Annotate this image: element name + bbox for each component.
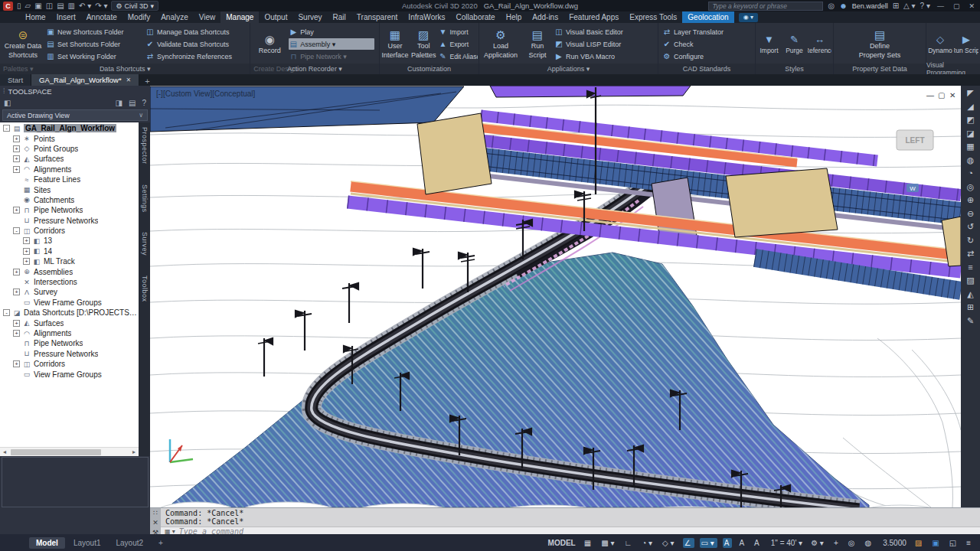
new-file-icon[interactable]: ▯: [17, 2, 21, 11]
run-script-button[interactable]: ▤ Run Script: [522, 24, 553, 64]
scroll-right-icon[interactable]: ▸: [129, 448, 139, 455]
toolspace-help-icon[interactable]: ?: [142, 99, 146, 107]
tree-item[interactable]: + ◧ ML Track: [0, 256, 139, 266]
tree-item[interactable]: ✕ Intersections: [0, 277, 139, 287]
ribbon-button[interactable]: ▤ Set Shortcuts Folder: [46, 38, 144, 50]
event-viewer-icon[interactable]: ▤: [129, 99, 136, 107]
ribbon-tab[interactable]: Survey: [292, 11, 327, 23]
model-tab[interactable]: Model: [29, 537, 65, 549]
scrollbar-thumb[interactable]: [11, 449, 101, 455]
annotation-scale-value[interactable]: 1" = 40' ▾: [768, 538, 804, 548]
drawing-restore-icon[interactable]: ▢: [938, 91, 945, 99]
snap-mode-icon[interactable]: ▩ ▾: [599, 538, 617, 548]
command-grip-icon[interactable]: ∷: [153, 509, 158, 517]
ribbon-button[interactable]: ◫ Manage Data Shortcuts: [145, 26, 248, 37]
ribbon-button[interactable]: ⇄ Synchronize References: [145, 51, 248, 62]
ribbon-button[interactable]: ▶ Run Script: [954, 24, 978, 64]
pan-icon[interactable]: ⇄: [967, 249, 974, 258]
tree-expander[interactable]: +: [13, 269, 20, 276]
tree-expander[interactable]: [13, 299, 20, 306]
tree-item[interactable]: + Λ Survey: [0, 287, 139, 297]
scroll-left-icon[interactable]: ◂: [0, 448, 9, 455]
toolspace-anchor-icon[interactable]: ◧: [4, 99, 11, 107]
ribbon-tab[interactable]: Add-ins: [527, 11, 564, 23]
nav-menu-icon[interactable]: ≡: [968, 262, 972, 272]
ribbon-tab[interactable]: Output: [259, 11, 292, 23]
tree-item[interactable]: + ◫ Corridors: [0, 359, 139, 369]
ribbon-tab[interactable]: Manage: [220, 11, 259, 23]
tree-expander[interactable]: +: [13, 330, 20, 337]
tree-expander[interactable]: +: [23, 237, 30, 244]
ribbon-button[interactable]: ▤ Assembly ▾: [289, 38, 374, 50]
close-button[interactable]: ✕: [966, 2, 977, 10]
viewport-controls-label[interactable]: [-][Custom View][Conceptual]: [156, 90, 256, 98]
redo-icon[interactable]: ↷ ▾: [95, 2, 107, 11]
elevation-value[interactable]: 3.5000: [880, 538, 908, 548]
ribbon-button[interactable]: ▲ Export: [438, 38, 478, 50]
tree-item[interactable]: + ⊕ Assemblies: [0, 266, 139, 276]
layer-walk-icon[interactable]: ◢: [967, 102, 973, 111]
keyword-search-input[interactable]: [708, 2, 823, 11]
tree-item-drawing-root[interactable]: - ▤ GA_Rail_Algn_Workflow: [0, 123, 139, 133]
tree-expander[interactable]: +: [13, 166, 20, 173]
tree-item[interactable]: + ◠ Alignments: [0, 165, 139, 174]
sheet-view-icon[interactable]: ◤: [967, 88, 973, 97]
toolspace-side-tab[interactable]: Survey: [141, 232, 149, 256]
undo-view-icon[interactable]: ↺: [967, 222, 974, 231]
open-folder-icon[interactable]: ▱: [25, 2, 31, 11]
app-menu-button[interactable]: C: [3, 2, 13, 11]
help-icon[interactable]: ? ▾: [920, 2, 930, 11]
ribbon-tab[interactable]: InfraWorks: [403, 11, 450, 23]
zoom-out-icon[interactable]: ⊖: [967, 209, 974, 218]
tree-item[interactable]: ⊔ Pressure Networks: [0, 349, 139, 359]
ribbon-button[interactable]: ✎ Purge: [782, 24, 806, 64]
steering-wheel-icon[interactable]: ◍: [967, 155, 975, 165]
ribbon-button[interactable]: ▼ Import: [757, 24, 781, 64]
toolspace-side-tab[interactable]: Prospector: [141, 127, 149, 165]
tree-expander[interactable]: -: [3, 309, 10, 316]
tree-item[interactable]: + ⊓ Pipe Networks: [0, 205, 139, 215]
tree-expander[interactable]: +: [23, 248, 30, 255]
ribbon-button[interactable]: ▣ New Shortcuts Folder: [46, 26, 144, 37]
polar-tracking-icon[interactable]: ◔ ▾: [640, 538, 655, 548]
tree-item[interactable]: - ◫ Corridors: [0, 226, 139, 236]
isolate-objects-icon[interactable]: ◎: [847, 538, 858, 548]
tree-item[interactable]: ▦ Sites: [0, 184, 139, 194]
ribbon-button[interactable]: ✔ Check: [662, 38, 751, 50]
ribbon-button[interactable]: ✎ Edit Aliases ▾: [438, 51, 478, 62]
toolspace-side-tab[interactable]: Settings: [141, 184, 149, 213]
ribbon-tab[interactable]: Featured Apps: [564, 11, 624, 23]
tree-expander[interactable]: [13, 350, 20, 357]
zoom-in-icon[interactable]: ⊕: [967, 195, 974, 204]
ribbon-button[interactable]: ◇ Dynamo: [928, 24, 952, 64]
workspace-selector[interactable]: ⚙ Civil 3D ▾: [111, 1, 158, 11]
user-interface-button[interactable]: ▦ User Interface: [381, 24, 409, 64]
tree-expander[interactable]: [13, 217, 20, 224]
new-drawing-tab[interactable]: +: [139, 77, 155, 86]
palette-grip[interactable]: ⁞: [3, 87, 5, 95]
tree-expander[interactable]: +: [23, 258, 30, 265]
layout1-tab[interactable]: Layout1: [67, 537, 108, 549]
tree-expander[interactable]: [13, 176, 20, 183]
tree-item[interactable]: + ◇ Point Groups: [0, 144, 139, 154]
window-select-icon[interactable]: ⊞: [967, 302, 974, 311]
ribbon-tab[interactable]: Analyze: [155, 11, 194, 23]
grid-snap-icon[interactable]: ▦: [966, 142, 974, 151]
plot-icon[interactable]: ▤: [57, 2, 64, 11]
clean-screen-icon[interactable]: ◱: [948, 538, 959, 548]
surface-tool-icon[interactable]: ◭: [967, 289, 973, 298]
customization-menu-icon[interactable]: ≡: [965, 538, 974, 548]
isodraft-icon[interactable]: ◇ ▾: [661, 538, 678, 548]
customize-plus-icon[interactable]: +: [832, 538, 841, 548]
tree-item[interactable]: + ◭ Surfaces: [0, 154, 139, 164]
tree-item[interactable]: + ◧ 14: [0, 246, 139, 256]
tree-item-data-shortcuts-root[interactable]: - ◪ Data Shortcuts [D:\PROJECTS\Rail Wor…: [0, 308, 139, 318]
command-close-icon[interactable]: ✕: [152, 519, 158, 527]
zoom-realtime-icon[interactable]: ◎: [967, 182, 975, 191]
orbit-icon[interactable]: ◔: [968, 168, 973, 178]
tree-item[interactable]: ⊔ Pressure Networks: [0, 216, 139, 226]
tray-icon[interactable]: ▨: [913, 538, 925, 548]
ribbon-button[interactable]: ◩ Visual LISP Editor: [554, 38, 652, 50]
ribbon-button[interactable]: ▶ Run VBA Macro: [554, 51, 652, 62]
close-drawing-icon[interactable]: ✕: [126, 77, 132, 83]
